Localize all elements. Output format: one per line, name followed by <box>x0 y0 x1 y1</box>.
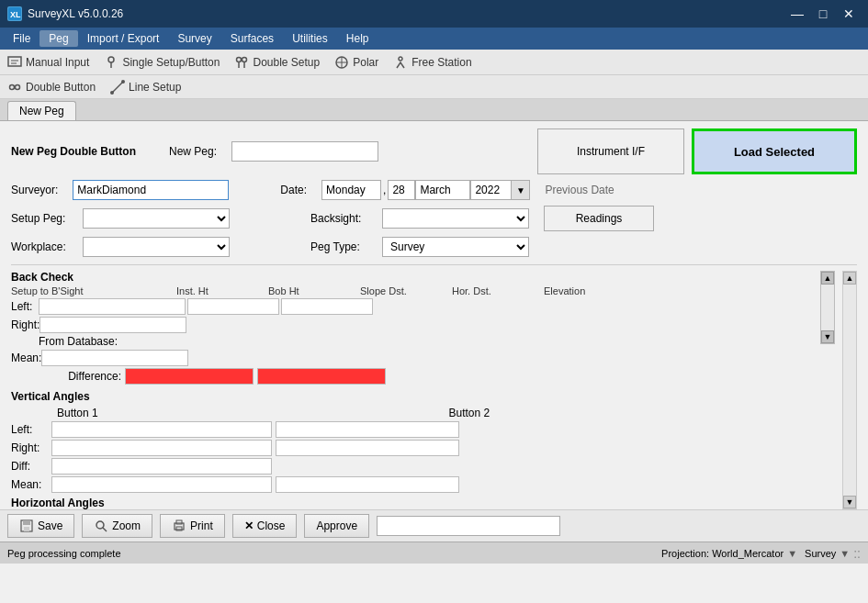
bc-right-setup-input[interactable] <box>39 317 186 333</box>
col-setup-header: Setup to B'Sight <box>11 285 176 296</box>
date-day-input[interactable] <box>321 180 381 200</box>
scroll-down[interactable]: ▼ <box>821 330 834 343</box>
resize-handle[interactable]: :: <box>853 546 861 561</box>
maximize-button[interactable]: □ <box>811 4 835 24</box>
date-month-input[interactable] <box>415 180 470 200</box>
bc-left-inst-input[interactable] <box>187 298 279 315</box>
date-num-input[interactable] <box>388 180 415 200</box>
va-right-row: Right: <box>11 440 835 456</box>
va-right-btn2[interactable] <box>276 440 459 456</box>
print-button[interactable]: Print <box>160 514 225 538</box>
menu-help[interactable]: Help <box>337 30 378 47</box>
from-database-label: From Database: <box>39 335 118 348</box>
backsight-select[interactable] <box>382 208 529 229</box>
back-check-left-row: Left: <box>11 298 835 315</box>
svg-point-14 <box>399 57 402 61</box>
svg-rect-22 <box>24 527 29 531</box>
toolbar-double-button-label: Double Button <box>26 81 96 94</box>
save-icon <box>19 519 34 533</box>
separator-1 <box>11 264 857 265</box>
va-mean-btn2[interactable] <box>276 476 459 493</box>
status-right: Projection: World_Mercator ▼ Survey ▼ :: <box>661 546 861 561</box>
scroll-up[interactable]: ▲ <box>821 272 834 285</box>
date-label: Date: <box>280 184 307 196</box>
close-button[interactable]: ✕ <box>837 4 861 24</box>
back-check-headers: Setup to B'Sight Inst. Ht Bob Ht Slope D… <box>11 285 820 296</box>
survey-label: Survey <box>805 548 836 559</box>
va-left-btn2[interactable] <box>276 421 459 438</box>
status-bar: Peg processing complete Projection: Worl… <box>0 542 868 564</box>
save-button[interactable]: Save <box>7 514 74 538</box>
scrollbar-vertical[interactable]: ▲ ▼ <box>842 271 857 509</box>
peg-type-select[interactable]: Survey <box>382 237 529 257</box>
col-inst-ht-header: Inst. Ht <box>176 285 268 296</box>
readings-button[interactable]: Readings <box>544 206 654 231</box>
menu-file[interactable]: File <box>4 30 39 47</box>
toolbar-double-setup[interactable]: Double Setup <box>234 55 320 70</box>
scroll-bottom-btn[interactable]: ▼ <box>843 496 856 508</box>
close-button-toolbar[interactable]: ✕ Close <box>232 514 298 538</box>
scrollbar-right[interactable]: ▲ ▼ <box>820 271 835 344</box>
toolbar-row2: Double Button Line Setup <box>0 75 868 99</box>
bc-left-setup-input[interactable] <box>39 298 186 315</box>
date-year-input[interactable] <box>470 180 512 200</box>
toolbar-manual-input-label: Manual Input <box>26 56 89 69</box>
workplace-combo <box>83 237 230 257</box>
va-button1-label: Button 1 <box>57 407 407 419</box>
toolbar-line-setup-label: Line Setup <box>129 81 181 94</box>
close-x-icon: ✕ <box>244 519 254 532</box>
new-peg-input[interactable] <box>231 141 378 162</box>
survey-dropdown[interactable]: ▼ <box>840 548 850 559</box>
svg-point-8 <box>242 57 247 61</box>
menu-utilities[interactable]: Utilities <box>283 30 337 47</box>
workplace-select[interactable] <box>83 237 230 257</box>
setup-peg-select[interactable] <box>83 208 230 229</box>
toolbar-line-setup[interactable]: Line Setup <box>110 80 181 95</box>
instrument-if-button[interactable]: Instrument I/F <box>537 128 684 174</box>
menu-survey[interactable]: Survey <box>168 30 220 47</box>
surveyor-input[interactable] <box>73 180 229 200</box>
double-setup-icon <box>234 55 249 70</box>
approve-button[interactable]: Approve <box>304 514 369 538</box>
menu-import-export[interactable]: Import / Export <box>78 30 169 47</box>
back-check-right-row: Right: <box>11 317 835 333</box>
difference-label: Difference: <box>29 370 121 383</box>
app-title: SurveyXL v5.0.0.26 <box>28 7 123 20</box>
svg-point-7 <box>237 57 242 61</box>
va-diff-btn1[interactable] <box>51 458 272 475</box>
bc-left-bob-input[interactable] <box>281 298 373 315</box>
toolbar-manual-input[interactable]: Manual Input <box>7 55 89 70</box>
workplace-label: Workplace: <box>11 240 75 253</box>
single-setup-icon <box>104 55 118 70</box>
approve-input[interactable] <box>377 516 560 536</box>
window-controls: — □ ✕ <box>785 4 861 24</box>
va-mean-btn1[interactable] <box>51 476 272 493</box>
svg-point-15 <box>10 84 15 89</box>
svg-point-16 <box>16 84 20 89</box>
load-selected-button[interactable]: Load Selected <box>692 128 857 174</box>
back-check-mean-row: Mean: <box>11 350 835 366</box>
va-right-btn1[interactable] <box>51 440 272 456</box>
toolbar-single-setup[interactable]: Single Setup/Button <box>104 55 220 70</box>
status-message: Peg processing complete <box>7 548 121 559</box>
toolbar-double-button[interactable]: Double Button <box>7 80 96 95</box>
diff-elevation <box>257 368 386 385</box>
vertical-angles-grid: Button 1 Button 2 <box>15 407 835 421</box>
toolbar-free-station[interactable]: Free Station <box>393 55 471 70</box>
minimize-button[interactable]: — <box>785 4 809 24</box>
bc-right-label: Right: <box>11 318 39 331</box>
date-dropdown-button[interactable]: ▼ <box>512 180 530 200</box>
toolbar-polar[interactable]: Polar <box>334 55 378 70</box>
bc-mean-setup-input[interactable] <box>41 350 188 366</box>
tab-new-peg[interactable]: New Peg <box>7 101 76 120</box>
projection-dropdown[interactable]: ▼ <box>787 548 797 559</box>
va-left-btn1[interactable] <box>51 421 272 438</box>
zoom-button[interactable]: Zoom <box>82 514 152 538</box>
date-comma: , <box>381 184 388 196</box>
va-mean-label: Mean: <box>11 478 48 491</box>
bc-left-inputs <box>39 298 373 315</box>
scroll-top-btn[interactable]: ▲ <box>843 272 856 285</box>
menu-surfaces[interactable]: Surfaces <box>221 30 283 47</box>
menu-peg[interactable]: Peg <box>39 30 77 47</box>
bc-right-inputs <box>39 317 374 333</box>
